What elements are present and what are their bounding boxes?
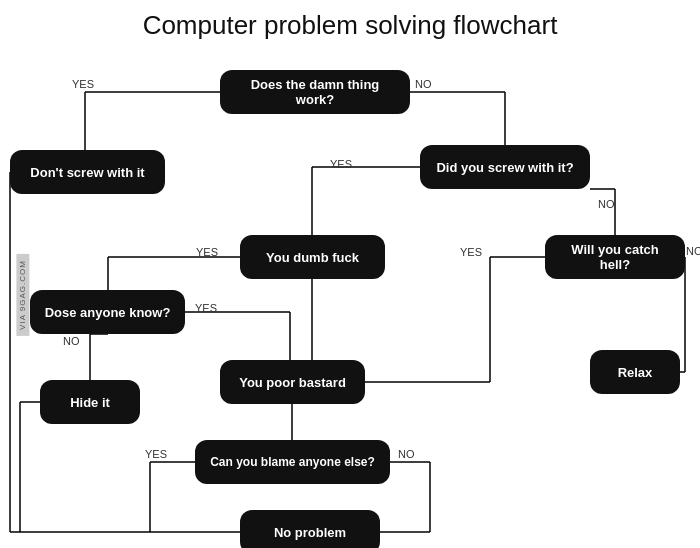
node-poor-bastard: You poor bastard [220, 360, 365, 404]
label-no1: NO [415, 78, 432, 90]
label-no5: NO [398, 448, 415, 460]
watermark: VIA 9GAG.COM [16, 254, 29, 336]
label-yes6: YES [145, 448, 167, 460]
flowchart: YES NO YES NO YES YES NO NO YES YES NO D… [0, 50, 700, 540]
node-dose-anyone: Dose anyone know? [30, 290, 185, 334]
node-dumb-fuck: You dumb fuck [240, 235, 385, 279]
node-catch-hell: Will you catch hell? [545, 235, 685, 279]
node-dont-screw: Don't screw with it [10, 150, 165, 194]
node-hide-it: Hide it [40, 380, 140, 424]
page-title: Computer problem solving flowchart [0, 0, 700, 41]
label-no3: NO [686, 245, 700, 257]
label-yes4: YES [460, 246, 482, 258]
label-yes5: YES [195, 302, 217, 314]
node-did-you-screw: Did you screw with it? [420, 145, 590, 189]
label-yes1: YES [72, 78, 94, 90]
label-yes3: YES [196, 246, 218, 258]
node-no-problem: No problem [240, 510, 380, 548]
node-does-it-work: Does the damn thing work? [220, 70, 410, 114]
label-no2: NO [598, 198, 615, 210]
label-yes2: YES [330, 158, 352, 170]
node-relax: Relax [590, 350, 680, 394]
node-can-you-blame: Can you blame anyone else? [195, 440, 390, 484]
label-no4: NO [63, 335, 80, 347]
